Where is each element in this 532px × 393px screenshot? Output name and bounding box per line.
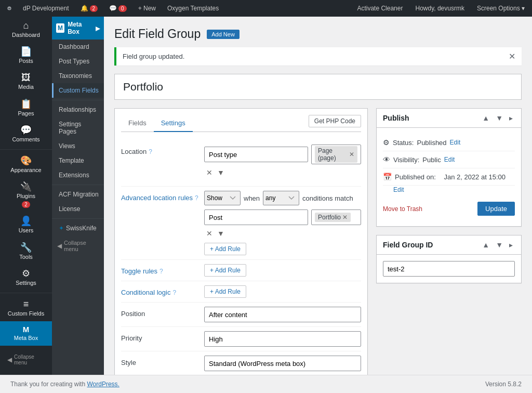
- comments-button[interactable]: 💬 0: [106, 0, 130, 17]
- advanced-remove-button[interactable]: ✕: [204, 228, 215, 239]
- publish-collapse-down[interactable]: ▼: [494, 113, 505, 123]
- sidebar-item-dashboard[interactable]: ⌂ Dashboard: [0, 17, 52, 43]
- update-button[interactable]: Update: [477, 202, 515, 216]
- status-row: ⚙ Status: Published Edit: [383, 134, 515, 151]
- show-hide-select[interactable]: Show Hide: [204, 191, 241, 205]
- page-footer: Thank you for creating with WordPress. V…: [0, 375, 532, 393]
- visibility-label: Visibility:: [393, 156, 419, 164]
- site-name[interactable]: dP Development: [20, 0, 72, 17]
- add-rule-button-1[interactable]: + Add Rule: [204, 243, 246, 255]
- sidebar-item-users[interactable]: 👤 Users: [0, 212, 52, 238]
- new-content-button[interactable]: + New: [135, 0, 159, 17]
- comments-icon: 💬: [20, 125, 32, 135]
- add-rule-button-2[interactable]: + Add Rule: [204, 264, 246, 277]
- screen-options-button[interactable]: Screen Options ▾: [474, 0, 528, 17]
- plugins-icon: 🔌: [20, 182, 32, 191]
- status-label: Status:: [393, 139, 414, 147]
- sidebar-item-pages[interactable]: 📋 Pages: [0, 95, 52, 121]
- conditional-logic-help-icon[interactable]: ?: [172, 289, 176, 296]
- sidebar-item-appearance[interactable]: 🎨 Appearance: [0, 152, 52, 178]
- toggle-rules-link[interactable]: Toggle rules ?: [121, 267, 163, 275]
- page-title: Edit Field Group: [114, 27, 201, 41]
- metabox-menu-header: M Meta Box ▸: [52, 17, 104, 40]
- metabox-item-views[interactable]: Views: [52, 139, 104, 153]
- metabox-item-extensions[interactable]: Extensions: [52, 168, 104, 182]
- wp-logo[interactable]: W: [4, 0, 15, 17]
- sidebar-item-posts[interactable]: 📄 Posts: [0, 43, 52, 69]
- wordpress-link[interactable]: WordPress.: [87, 381, 119, 388]
- position-select[interactable]: After content Before content Side: [204, 307, 361, 322]
- fgid-toggle[interactable]: ▸: [507, 240, 515, 250]
- style-select[interactable]: Standard (WordPress meta box) Seamless (…: [204, 356, 361, 371]
- metabox-item-license[interactable]: License: [52, 202, 104, 216]
- metabox-item-post-types[interactable]: Post Types: [52, 54, 104, 69]
- toggle-rules-help-icon[interactable]: ?: [159, 268, 163, 275]
- oxygen-templates-button[interactable]: Oxygen Templates: [164, 0, 222, 17]
- field-group-id-title: Field Group ID: [383, 241, 433, 249]
- tab-fields[interactable]: Fields: [121, 115, 154, 132]
- advanced-location-row: Advanced location rules ? Show Hide: [121, 187, 361, 260]
- fgid-collapse-down[interactable]: ▼: [494, 240, 505, 250]
- metabox-item-custom-fields[interactable]: Custom Fields: [52, 83, 104, 98]
- notice-close-button[interactable]: ✕: [509, 51, 515, 61]
- publish-meta-box: Publish ▲ ▼ ▸ ⚙ Status: Published Edit: [376, 108, 522, 227]
- published-edit-link[interactable]: Edit: [393, 186, 404, 193]
- sidebar-item-tools[interactable]: 🔧 Tools: [0, 239, 52, 265]
- users-icon: 👤: [20, 216, 32, 226]
- visibility-edit-link[interactable]: Edit: [444, 156, 455, 163]
- admin-bar: W dP Development 🔔 2 💬 0 + New Oxygen Te…: [0, 0, 532, 17]
- metabox-menu-sep-2: [52, 185, 104, 185]
- advanced-tags-input[interactable]: Portfolio ✕: [311, 209, 361, 225]
- conditions-match-label: conditions match: [302, 194, 353, 202]
- remove-page-tag-button[interactable]: ✕: [349, 151, 354, 158]
- sidebar-item-media[interactable]: 🖼 Media: [0, 69, 52, 95]
- publish-collapse-up[interactable]: ▲: [480, 113, 491, 123]
- when-label: when: [244, 194, 260, 202]
- sidebar-item-meta-box[interactable]: M Meta Box: [0, 321, 52, 346]
- fgid-collapse-up[interactable]: ▲: [480, 240, 491, 250]
- sidebar-item-custom-fields[interactable]: ≡ Custom Fields: [0, 295, 52, 321]
- metabox-item-dashboard[interactable]: Dashboard: [52, 40, 104, 54]
- updates-button[interactable]: 🔔 2: [77, 0, 101, 17]
- metabox-item-acf-migration[interactable]: ACF Migration: [52, 187, 104, 202]
- field-group-id-body: [377, 255, 521, 283]
- sidebar-item-settings[interactable]: ⚙ Settings: [0, 265, 52, 291]
- metabox-item-swissknife[interactable]: ✦ SwissKnife: [52, 221, 104, 235]
- priority-row: Priority High Default Low: [121, 327, 361, 351]
- move-to-trash-link[interactable]: Move to Trash: [383, 205, 422, 213]
- location-tag-page: Page (page) ✕: [315, 146, 357, 163]
- location-type-select[interactable]: Post type: [204, 147, 308, 162]
- field-group-title-input[interactable]: [123, 81, 513, 93]
- howdy-menu[interactable]: Howdy, devusrmk: [412, 0, 467, 17]
- advanced-rules-help-icon[interactable]: ?: [195, 194, 198, 202]
- settings-icon: ⚙: [22, 269, 30, 278]
- field-group-id-controls: ▲ ▼ ▸: [480, 240, 515, 250]
- location-arrow-button[interactable]: ▼: [216, 167, 226, 178]
- add-new-button[interactable]: Add New: [207, 30, 240, 39]
- field-group-id-input[interactable]: [383, 261, 515, 277]
- sidebar-item-comments[interactable]: 💬 Comments: [0, 121, 52, 147]
- conditional-logic-link[interactable]: Conditional logic ?: [121, 289, 176, 296]
- publish-toggle[interactable]: ▸: [507, 113, 515, 123]
- location-tags-input[interactable]: Page (page) ✕: [311, 145, 361, 164]
- collapse-menu-button[interactable]: ◀ Collapse menu: [2, 350, 50, 370]
- metabox-item-template[interactable]: Template: [52, 153, 104, 168]
- remove-portfolio-tag-button[interactable]: ✕: [342, 214, 348, 221]
- metabox-collapse-button[interactable]: ◀ Collapse menu: [52, 235, 104, 256]
- advanced-rules-toggle[interactable]: Advanced location rules ?: [121, 194, 198, 202]
- metabox-item-relationships[interactable]: Relationships: [52, 102, 104, 117]
- status-edit-link[interactable]: Edit: [450, 139, 461, 146]
- sidebar-item-plugins[interactable]: 🔌 Plugins 2: [0, 178, 52, 212]
- add-rule-button-3[interactable]: + Add Rule: [204, 285, 246, 298]
- location-help-icon[interactable]: ?: [149, 148, 152, 155]
- location-remove-button[interactable]: ✕: [204, 167, 215, 178]
- get-php-code-button[interactable]: Get PHP Code: [309, 115, 361, 127]
- advanced-type-select[interactable]: Post: [204, 209, 308, 225]
- any-all-select[interactable]: any all: [263, 191, 299, 205]
- metabox-item-taxonomies[interactable]: Taxonomies: [52, 69, 104, 83]
- tab-settings[interactable]: Settings: [154, 115, 193, 132]
- metabox-item-settings-pages[interactable]: Settings Pages: [52, 117, 104, 139]
- activate-cleaner-button[interactable]: Activate Cleaner: [354, 0, 406, 17]
- advanced-arrow-button[interactable]: ▼: [216, 228, 226, 239]
- priority-select[interactable]: High Default Low: [204, 331, 361, 347]
